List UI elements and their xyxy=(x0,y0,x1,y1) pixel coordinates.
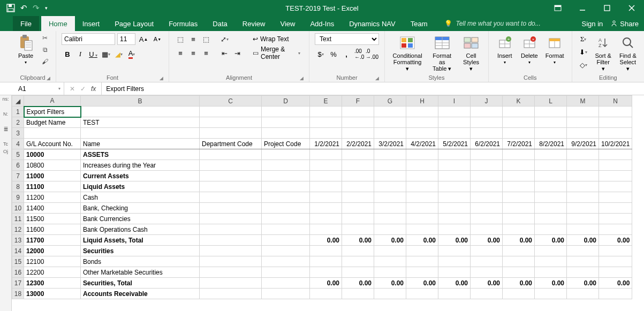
cell[interactable] xyxy=(262,224,310,235)
cell[interactable]: 8/2/2021 xyxy=(535,139,567,149)
cell[interactable] xyxy=(262,267,310,278)
cell[interactable] xyxy=(599,267,632,278)
cell[interactable] xyxy=(406,149,438,160)
cell[interactable] xyxy=(535,160,567,171)
fill-color-button[interactable]: ◢ xyxy=(113,48,125,60)
cell[interactable] xyxy=(200,235,262,246)
cell[interactable]: 0.00 xyxy=(310,235,342,246)
cell[interactable] xyxy=(374,289,406,299)
cell[interactable] xyxy=(342,181,374,192)
row-header[interactable]: 12 xyxy=(12,224,24,235)
column-header[interactable]: J xyxy=(471,96,503,107)
dialog-launcher-icon[interactable]: ◢ xyxy=(160,75,163,81)
cell[interactable]: 11600 xyxy=(24,224,81,235)
cell[interactable] xyxy=(567,160,599,171)
column-header[interactable]: M xyxy=(567,96,599,107)
cell[interactable]: 10000 xyxy=(24,149,81,160)
cell[interactable] xyxy=(471,171,503,181)
cell[interactable] xyxy=(310,171,342,181)
cell[interactable] xyxy=(599,160,632,171)
dialog-launcher-icon[interactable]: ◢ xyxy=(300,75,304,81)
cell[interactable] xyxy=(406,267,438,278)
cell[interactable]: Accounts Receivable xyxy=(81,289,200,299)
column-header[interactable]: G xyxy=(374,96,406,107)
cell[interactable]: 5/2/2021 xyxy=(438,139,471,149)
font-name-select[interactable] xyxy=(62,33,115,45)
tell-me-search[interactable]: Tell me what you want to do... xyxy=(456,20,540,27)
cell[interactable] xyxy=(406,246,438,256)
cell[interactable] xyxy=(567,117,599,128)
cell[interactable] xyxy=(406,171,438,181)
accounting-format-button[interactable]: $ xyxy=(315,48,327,60)
cell[interactable] xyxy=(262,256,310,267)
cell[interactable] xyxy=(599,149,632,160)
cell[interactable] xyxy=(406,128,438,139)
cell[interactable]: 12200 xyxy=(24,267,81,278)
font-size-select[interactable] xyxy=(117,33,135,45)
cell[interactable] xyxy=(471,181,503,192)
cell[interactable] xyxy=(374,267,406,278)
increase-decimal-button[interactable]: .00←.0 xyxy=(353,48,365,60)
tab-add-ins[interactable]: Add-Ins xyxy=(302,16,342,31)
cut-button[interactable]: ✂ xyxy=(40,33,50,43)
cell[interactable]: Bonds xyxy=(81,256,200,267)
cell[interactable]: Securities, Total xyxy=(81,278,200,289)
cell[interactable] xyxy=(406,214,438,224)
cell[interactable] xyxy=(310,160,342,171)
cell[interactable] xyxy=(374,203,406,214)
font-color-button[interactable]: A xyxy=(126,48,138,60)
cell[interactable] xyxy=(503,128,535,139)
cell[interactable] xyxy=(262,117,310,128)
cell[interactable]: 0.00 xyxy=(471,278,503,289)
cell[interactable] xyxy=(471,149,503,160)
cell[interactable] xyxy=(24,128,81,139)
column-header[interactable]: E xyxy=(310,96,342,107)
cell[interactable]: Securities xyxy=(81,246,200,256)
cell[interactable] xyxy=(310,181,342,192)
cell[interactable] xyxy=(438,171,471,181)
cell[interactable] xyxy=(262,160,310,171)
cell[interactable] xyxy=(438,214,471,224)
cell[interactable] xyxy=(471,214,503,224)
cell[interactable] xyxy=(406,192,438,203)
align-middle-button[interactable]: ≡ xyxy=(187,33,199,45)
cell[interactable]: Bank Currencies xyxy=(81,214,200,224)
cell[interactable] xyxy=(310,107,342,117)
select-all-cell[interactable]: ◢ xyxy=(12,96,24,107)
cell[interactable]: Other Marketable Securities xyxy=(81,267,200,278)
save-icon[interactable] xyxy=(6,4,15,12)
tab-formulas[interactable]: Formulas xyxy=(161,16,205,31)
cell[interactable] xyxy=(406,181,438,192)
border-button[interactable]: ▦ xyxy=(100,48,112,60)
cell[interactable] xyxy=(342,117,374,128)
cell[interactable] xyxy=(406,160,438,171)
cell[interactable] xyxy=(438,267,471,278)
cell[interactable] xyxy=(200,256,262,267)
cell[interactable] xyxy=(342,107,374,117)
align-center-button[interactable]: ≡ xyxy=(187,47,199,59)
cell[interactable] xyxy=(503,149,535,160)
cell[interactable] xyxy=(310,128,342,139)
align-right-button[interactable]: ≡ xyxy=(200,47,212,59)
cell[interactable] xyxy=(503,289,535,299)
cell[interactable]: Bank Operations Cash xyxy=(81,224,200,235)
cell[interactable] xyxy=(535,107,567,117)
formula-input[interactable]: Export Filters xyxy=(102,82,644,95)
column-header[interactable]: D xyxy=(262,96,310,107)
cell[interactable] xyxy=(599,171,632,181)
cell[interactable] xyxy=(535,171,567,181)
cell[interactable] xyxy=(503,267,535,278)
cell[interactable] xyxy=(374,181,406,192)
cell[interactable]: Budget Name xyxy=(24,117,81,128)
cell[interactable] xyxy=(342,289,374,299)
cell[interactable] xyxy=(535,256,567,267)
cell[interactable] xyxy=(81,128,200,139)
cell[interactable] xyxy=(599,192,632,203)
cancel-formula-icon[interactable]: ✕ xyxy=(70,85,75,93)
cell[interactable] xyxy=(503,224,535,235)
cell[interactable] xyxy=(374,256,406,267)
cell[interactable] xyxy=(310,256,342,267)
cell[interactable]: 10/2/2021 xyxy=(599,139,632,149)
cell[interactable] xyxy=(438,256,471,267)
cell[interactable]: Export Filters xyxy=(24,107,81,117)
